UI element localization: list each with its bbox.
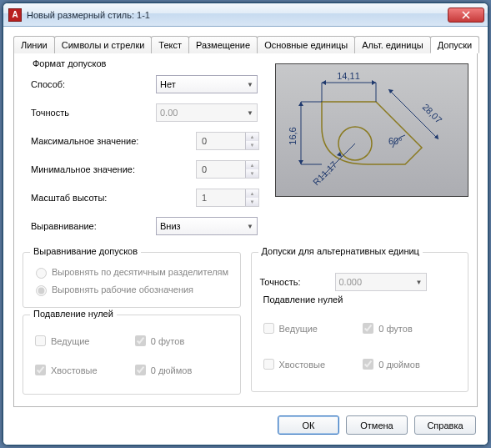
lower-label: Минимальное значение: <box>31 164 196 174</box>
check-alt-inches: 0 дюймов <box>359 356 459 372</box>
checkbox-input <box>263 323 274 334</box>
checkbox-input <box>35 365 46 375</box>
upper-value-spin: ▲▼ <box>196 132 259 150</box>
close-button[interactable] <box>448 8 484 23</box>
group-alt-zero-suppression: Подавление нулей Ведущие 0 футов Хвостов… <box>260 301 460 376</box>
tab-tolerances[interactable]: Допуски <box>430 36 479 53</box>
group-alt-tolerances: Допуски для альтернативных единиц Точнос… <box>251 252 469 392</box>
check-label: Ведущие <box>51 336 89 346</box>
svg-text:60°: 60° <box>388 136 403 146</box>
vertical-label: Выравнивание: <box>31 221 156 231</box>
cancel-button[interactable]: Отмена <box>346 415 408 435</box>
preview-panel: 14,11 16,6 28,07 60° <box>275 63 468 197</box>
checkbox-input <box>363 359 373 370</box>
svg-text:14,11: 14,11 <box>337 71 360 81</box>
upper-value-input <box>200 135 242 147</box>
scale-input <box>200 192 242 204</box>
tab-fit[interactable]: Размещение <box>188 36 258 53</box>
lower-value-spin: ▲▼ <box>196 160 259 179</box>
spin-up-icon: ▲ <box>246 189 258 198</box>
dialog-window: A Новый размерный стиль: 1-1 Линии Симво… <box>3 3 488 445</box>
checkbox-input <box>363 323 373 334</box>
tab-primary-units[interactable]: Основные единицы <box>257 36 355 53</box>
group-legend: Формат допусков <box>29 58 109 68</box>
alt-precision-label: Точность: <box>260 277 335 287</box>
scale-spin: ▲▼ <box>196 189 259 207</box>
group-alignment: Выравнивание допусков Выровнять по десят… <box>23 252 241 308</box>
chevron-down-icon: ▼ <box>247 109 253 117</box>
method-value: Нет <box>160 79 176 89</box>
group-tolerance-format: Формат допусков Способ: Нет ▼ Точность <box>23 67 268 245</box>
radio-label: Выровнять рабочие обозначения <box>52 284 193 294</box>
check-label: Ведущие <box>279 324 318 334</box>
alt-precision-combo: 0.000 ▼ <box>335 273 427 291</box>
group-legend: Допуски для альтернативных единиц <box>258 246 423 256</box>
chevron-down-icon: ▼ <box>416 279 423 286</box>
method-combo[interactable]: Нет ▼ <box>156 75 258 93</box>
radio-input <box>36 285 47 296</box>
close-icon <box>462 11 470 19</box>
check-inches: 0 дюймов <box>132 362 232 378</box>
check-label: Хвостовые <box>279 360 326 370</box>
checkbox-input <box>135 335 146 346</box>
tab-content: Формат допусков Способ: Нет ▼ Точность <box>13 53 478 407</box>
check-trailing: Хвостовые <box>32 362 132 378</box>
check-leading: Ведущие <box>32 333 132 349</box>
svg-text:16,6: 16,6 <box>288 127 298 144</box>
method-label: Способ: <box>31 79 156 89</box>
checkbox-input <box>135 365 146 375</box>
check-label: Хвостовые <box>51 365 98 375</box>
tab-symbols-arrows[interactable]: Символы и стрелки <box>54 36 153 53</box>
precision-label: Точность <box>31 108 156 118</box>
tab-alt-units[interactable]: Альт. единицы <box>354 36 430 53</box>
group-legend: Подавление нулей <box>30 309 117 319</box>
spin-down-icon: ▼ <box>246 141 258 149</box>
spin-up-icon: ▲ <box>246 161 258 169</box>
scale-label: Масштаб высоты: <box>31 193 196 203</box>
check-alt-leading: Ведущие <box>260 320 360 336</box>
precision-combo: 0.00 ▼ <box>156 103 258 122</box>
spin-down-icon: ▼ <box>246 198 258 206</box>
check-label: 0 дюймов <box>151 365 193 375</box>
tab-lines[interactable]: Линии <box>13 36 55 53</box>
spin-up-icon: ▲ <box>246 133 258 141</box>
check-feet: 0 футов <box>132 333 232 349</box>
group-legend: Выравнивание допусков <box>30 246 141 256</box>
window-title: Новый размерный стиль: 1-1 <box>27 10 448 20</box>
app-icon: A <box>8 8 22 22</box>
titlebar[interactable]: A Новый размерный стиль: 1-1 <box>3 3 488 27</box>
radio-label: Выровнять по десятичным разделителям <box>52 267 228 277</box>
group-legend: Подавление нулей <box>260 294 347 305</box>
check-label: 0 футов <box>151 336 184 346</box>
checkbox-input <box>263 359 274 370</box>
vertical-value: Вниз <box>160 221 181 231</box>
check-label: 0 футов <box>378 324 412 334</box>
chevron-down-icon: ▼ <box>247 223 253 230</box>
help-button[interactable]: Справка <box>414 415 476 435</box>
alt-precision-value: 0.000 <box>339 277 363 287</box>
ok-button[interactable]: ОК <box>278 415 339 435</box>
check-alt-feet: 0 футов <box>359 320 459 336</box>
upper-label: Максимальное значение: <box>31 136 196 146</box>
check-alt-trailing: Хвостовые <box>260 356 360 372</box>
radio-align-decimal: Выровнять по десятичным разделителям <box>32 265 232 279</box>
group-zero-suppression: Подавление нулей Ведущие 0 футов Хвостов… <box>23 315 241 395</box>
button-row: ОК Отмена Справка <box>13 407 478 435</box>
chevron-down-icon: ▼ <box>247 81 253 88</box>
tab-strip: Линии Символы и стрелки Текст Размещение… <box>13 35 478 53</box>
dialog-body: Линии Символы и стрелки Текст Размещение… <box>3 27 488 445</box>
lower-value-input <box>200 164 242 175</box>
checkbox-input <box>35 335 46 346</box>
spin-down-icon: ▼ <box>246 169 258 178</box>
precision-value: 0.00 <box>160 108 178 118</box>
radio-align-symbols: Выровнять рабочие обозначения <box>32 283 232 296</box>
radio-input <box>36 268 47 279</box>
tab-text[interactable]: Текст <box>151 36 189 53</box>
check-label: 0 дюймов <box>378 360 420 370</box>
vertical-combo[interactable]: Вниз ▼ <box>156 217 258 235</box>
